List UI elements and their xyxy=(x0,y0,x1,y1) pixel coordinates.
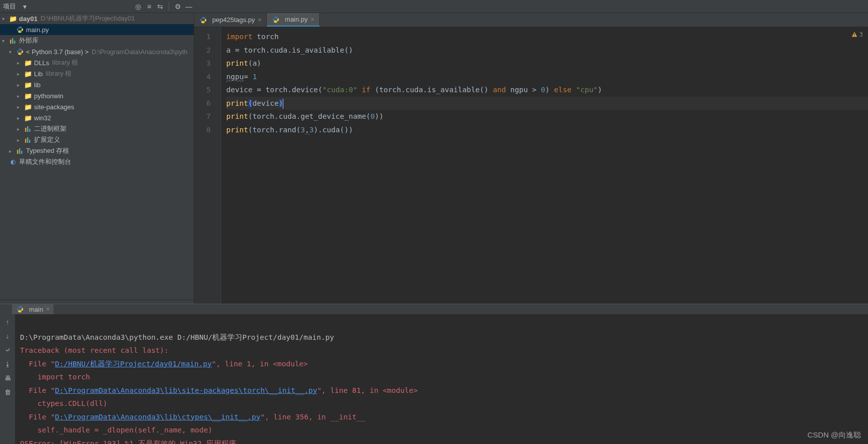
project-root[interactable]: ▾ 📁 day01 D:\HBNU\机器学习Project\day01 xyxy=(0,13,194,24)
collapse-all-icon[interactable]: ⇆ xyxy=(155,1,166,12)
chevron-right-icon[interactable]: ▸ xyxy=(17,93,24,99)
svg-rect-13 xyxy=(21,151,23,154)
chevron-right-icon[interactable]: ▸ xyxy=(9,148,16,154)
chevron-right-icon[interactable]: ▸ xyxy=(17,60,24,66)
console-output[interactable]: D:\ProgramData\Anaconda3\python.exe D:/H… xyxy=(15,314,868,444)
folder-dlls[interactable]: ▸ 📁 DLLs library 根 xyxy=(0,57,194,68)
locate-icon[interactable]: ◎ xyxy=(133,1,144,12)
folder-icon: 📁 xyxy=(24,103,32,111)
code-content[interactable]: import torch a = torch.cuda.is_available… xyxy=(221,27,868,304)
soft-wrap-icon[interactable]: ⤶ xyxy=(3,345,12,354)
folder-lib[interactable]: ▸ 📁 lib xyxy=(0,79,194,90)
print-icon[interactable]: 🖶 xyxy=(3,373,12,382)
external-libs[interactable]: ▾ 外部库 xyxy=(0,35,194,46)
folder-pythonwin[interactable]: ▸ 📁 pythonwin xyxy=(0,90,194,101)
svg-rect-9 xyxy=(27,137,29,143)
svg-rect-10 xyxy=(29,140,31,143)
watermark: CSDN @向逸聪 xyxy=(807,430,861,440)
env-path: D:\ProgramData\Anaconda3\pyth xyxy=(92,48,188,56)
svg-rect-3 xyxy=(12,38,14,44)
console-tab-label: main xyxy=(29,306,43,313)
binary-skeletons[interactable]: ▸ 二进制框架 xyxy=(0,123,194,134)
top-toolbar: 项目 ▾ ◎ ≡ ⇆ ⚙ — xyxy=(0,0,868,13)
file-main-py[interactable]: main.py xyxy=(0,24,194,35)
tab-pep425tags[interactable]: pep425tags.py × xyxy=(194,13,267,27)
folder-icon: 📁 xyxy=(9,15,17,23)
trace-link-1[interactable]: D:/HBNU/机器学习Project/day01/main.py xyxy=(55,360,212,368)
python-file-icon xyxy=(16,26,24,34)
svg-rect-2 xyxy=(10,40,12,44)
svg-rect-12 xyxy=(19,148,21,154)
scroll-up-icon[interactable]: ↑ xyxy=(3,317,12,326)
close-icon[interactable]: × xyxy=(258,17,261,24)
trace-link-2[interactable]: D:\ProgramData\Anaconda3\lib\site-packag… xyxy=(55,386,317,394)
chevron-right-icon[interactable]: ▸ xyxy=(17,71,24,77)
expand-all-icon[interactable]: ≡ xyxy=(144,1,155,12)
svg-rect-8 xyxy=(25,139,27,143)
folder-icon: 📁 xyxy=(24,70,32,78)
line-gutter[interactable]: 1 2 3 4 5 6 7 8 xyxy=(194,27,221,304)
folder-site-packages[interactable]: ▸ 📁 site-packages xyxy=(0,101,194,112)
svg-rect-14 xyxy=(854,34,854,36)
dropdown-icon[interactable]: ▾ xyxy=(19,1,30,12)
clear-icon[interactable]: 🗑 xyxy=(3,387,12,396)
external-label: 外部库 xyxy=(19,36,39,45)
inspection-indicator[interactable]: 3 xyxy=(851,31,863,38)
bars-icon xyxy=(9,37,17,45)
folder-icon: 📁 xyxy=(24,92,32,100)
hide-icon[interactable]: — xyxy=(183,1,194,12)
folder-icon: 📁 xyxy=(24,114,32,122)
root-path: D:\HBNU\机器学习Project\day01 xyxy=(41,14,135,23)
folder-win32[interactable]: ▸ 📁 win32 xyxy=(0,112,194,123)
chevron-right-icon[interactable]: ▸ xyxy=(17,137,24,143)
folder-icon: 📁 xyxy=(24,81,32,89)
project-tree[interactable]: ▾ 📁 day01 D:\HBNU\机器学习Project\day01 main… xyxy=(0,13,194,300)
chevron-down-icon[interactable]: ▾ xyxy=(9,49,16,55)
folder-lib-upper[interactable]: ▸ 📁 Lib library 根 xyxy=(0,68,194,79)
typeshed-stubs[interactable]: ▸ Typeshed 存根 xyxy=(0,145,194,156)
close-icon[interactable]: × xyxy=(311,16,314,23)
close-icon[interactable]: × xyxy=(46,306,50,313)
text-caret xyxy=(283,99,283,109)
tab-main[interactable]: main.py × xyxy=(267,13,320,27)
gear-icon[interactable]: ⚙ xyxy=(172,1,183,12)
env-name: < Python 3.7 (base) > xyxy=(26,48,89,56)
scroll-to-end-icon[interactable]: ⭳ xyxy=(3,359,12,368)
warning-count: 3 xyxy=(859,31,863,38)
project-sidebar: ▾ 📁 day01 D:\HBNU\机器学习Project\day01 main… xyxy=(0,13,194,304)
project-label: 项目 xyxy=(3,2,16,11)
trace-link-3[interactable]: D:\ProgramData\Anaconda3\lib\ctypes\__in… xyxy=(55,413,260,421)
scratches[interactable]: ◐ 草稿文件和控制台 xyxy=(0,156,194,167)
bars-icon xyxy=(24,136,32,144)
separator xyxy=(169,2,169,11)
svg-point-0 xyxy=(19,27,19,28)
console-gutter: ↑ ↓ ⤶ ⭳ 🖶 🗑 xyxy=(0,314,15,444)
chevron-right-icon[interactable]: ▸ xyxy=(17,104,24,110)
bars-icon xyxy=(24,125,32,133)
chevron-down-icon[interactable]: ▾ xyxy=(2,38,9,44)
python-icon xyxy=(16,48,24,56)
chevron-down-icon[interactable]: ▾ xyxy=(2,16,9,22)
tab-label: main.py xyxy=(285,16,308,23)
chevron-right-icon[interactable]: ▸ xyxy=(17,82,24,88)
bars-icon xyxy=(16,147,24,155)
chevron-right-icon[interactable]: ▸ xyxy=(17,115,24,121)
extended-defs[interactable]: ▸ 扩展定义 xyxy=(0,134,194,145)
python-icon xyxy=(16,305,24,313)
python-env[interactable]: ▾ < Python 3.7 (base) > D:\ProgramData\A… xyxy=(0,46,194,57)
run-console: main × ↑ ↓ ⤶ ⭳ 🖶 🗑 D:\ProgramData\Anacon… xyxy=(0,304,868,444)
chevron-right-icon[interactable]: ▸ xyxy=(17,126,24,132)
file-label: main.py xyxy=(26,26,49,34)
folder-icon: 📁 xyxy=(24,59,32,67)
code-editor[interactable]: 1 2 3 4 5 6 7 8 import torch a = torch.c… xyxy=(194,27,868,304)
editor-tabs: pep425tags.py × main.py × xyxy=(194,13,868,27)
svg-rect-6 xyxy=(27,126,29,132)
scratch-icon: ◐ xyxy=(9,158,17,166)
sidebar-scrollbar[interactable] xyxy=(0,300,194,304)
tab-label: pep425tags.py xyxy=(212,16,255,24)
console-tab-main[interactable]: main × xyxy=(12,304,54,314)
svg-rect-7 xyxy=(29,129,31,132)
root-name: day01 xyxy=(19,15,38,23)
svg-rect-15 xyxy=(854,36,854,36)
scroll-down-icon[interactable]: ↓ xyxy=(3,331,12,340)
